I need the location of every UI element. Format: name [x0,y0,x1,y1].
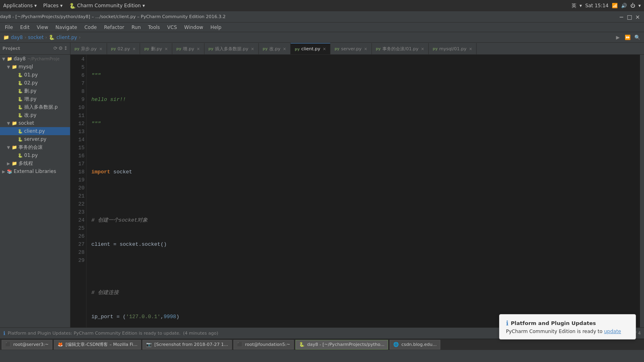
tree-server-py[interactable]: 🐍 server.py [0,135,70,143]
tree-label-mysql: mysql [19,64,33,70]
tab-close-insert[interactable]: × [251,47,254,51]
menu-refactor[interactable]: Refactor [101,24,127,31]
tab-close-server[interactable]: × [364,47,367,51]
tree-threads[interactable]: ▶ 📁 多线程 [0,159,70,167]
taskbar-pycharm[interactable]: 🐍 day8 - [~/PycharmProjects/pytho... [295,340,388,350]
tree-02[interactable]: 🐍 02.py [0,79,70,87]
tab-modify-py[interactable]: py 改.py × [259,43,291,54]
debug-button[interactable]: ⏩ [624,34,631,41]
taskbar-firefox[interactable]: 🦊 [编辑文章-CSDN博客 – Mozilla Fi... [54,340,141,350]
tab-insert-py[interactable]: py 插入多条数据.py × [204,43,259,54]
code-line-7 [91,144,640,152]
menu-vcs[interactable]: VCS [164,24,180,31]
menu-navigate[interactable]: Navigate [52,24,80,31]
breadcrumb-day8[interactable]: day8 [11,35,23,40]
tab-del-py[interactable]: py 删.py × [140,43,172,54]
folder-icon-trans: 📁 [11,144,18,150]
sidebar-sort-btn[interactable]: ↕ [64,45,68,51]
tree-mysql[interactable]: ▼ 📁 mysql [0,63,70,71]
status-message: Platform and Plugin Updates: PyCharm Com… [8,331,181,336]
menu-edit[interactable]: Edit [17,24,33,31]
places-menu[interactable]: Places ▾ [43,3,62,8]
tab-add-py[interactable]: py 增.py × [172,43,204,54]
sidebar-gear-btn[interactable]: ⚙ [58,45,63,51]
breadcrumb: 📁 day8 › socket › 🐍 client.py › ▶ ⏩ 🔍 [0,32,644,43]
tab-icon-add: py [176,47,181,51]
tab-close-del[interactable]: × [165,47,168,51]
taskbar-csdn[interactable]: 🌐 csdn.blog.edu... [390,340,440,350]
code-content[interactable]: """ hello sir!! """ import socket # 创建一个… [87,55,640,327]
tab-close-async[interactable]: × [99,47,102,51]
tab-close-mysql[interactable]: × [469,47,472,51]
menu-file[interactable]: File [2,24,16,31]
tree-01-1[interactable]: 🐍 01.py [0,71,70,79]
tree-01-2[interactable]: 🐍 01.py [0,151,70,159]
tree-external[interactable]: ▶ 📚 External Libraries [0,167,70,175]
breadcrumb-client-py[interactable]: client.py [56,35,77,40]
wifi-icon: 📶 [612,3,618,8]
maximize-button[interactable]: □ [626,14,633,20]
tree-add[interactable]: 🐍 增.py [0,95,70,103]
minimize-button[interactable]: − [618,14,625,20]
tab-transactions-py[interactable]: py 事务的会滚/01.py × [372,43,429,54]
lang-indicator: 英 [572,2,576,9]
menu-help[interactable]: Help [207,24,225,31]
tab-close-02[interactable]: × [132,47,136,51]
search-button[interactable]: 🔍 [634,34,641,41]
tab-label-client: client.py [301,46,320,51]
taskbar-root-foundation5[interactable]: ⬛ root@foundation5:~ [233,340,294,350]
tree-modify[interactable]: 🐍 改.py [0,111,70,119]
tab-icon-mysql: py [433,47,438,51]
breadcrumb-sep3: › [79,35,81,40]
tab-close-trans[interactable]: × [421,47,424,51]
tab-client-py[interactable]: py client.py × [291,43,330,54]
applications-menu[interactable]: Applications ▾ [3,3,37,8]
tree-client-py[interactable]: 🐍 client.py [0,127,70,135]
menu-run[interactable]: Run [128,24,144,31]
editor-area[interactable]: 4 5 6 7 8 9 10 11 12 13 14 15 16 17 18 1… [70,55,644,327]
tree-label-01-1: 01.py [24,72,38,78]
tab-label-trans: 事务的会滚/01.py [382,46,419,52]
tree-label-01-2: 01.py [24,152,38,158]
tree-del[interactable]: 🐍 删.py [0,87,70,95]
breadcrumb-socket[interactable]: socket [28,35,44,40]
tree-toggle-socket: ▼ [6,121,10,125]
power-icon: ⏻ [630,3,635,8]
tree-label-trans: 事务的会滚 [19,144,43,151]
tree-insert[interactable]: 🐍 插入多条数据.p [0,103,70,111]
tab-close-modify[interactable]: × [283,47,286,51]
code-line-11: client = socket.socket() [91,241,640,249]
code-span: ip_port = ( [91,313,126,321]
taskbar-label-pycharm: day8 - [~/PycharmProjects/pytho... [307,342,384,347]
tab-close-client[interactable]: × [323,47,326,51]
tab-server-py[interactable]: py server.py × [330,43,372,54]
scroll-track[interactable] [640,55,644,327]
menu-tools[interactable]: Tools [145,24,163,31]
tab-mysql-py[interactable]: py mysql/01.py × [429,43,477,54]
tab-02py[interactable]: py 02.py × [107,43,140,54]
tree-label-add: 增.py [24,96,37,103]
tab-async-py[interactable]: py 异步.py × [70,43,107,54]
tab-close-add[interactable]: × [196,47,200,51]
notification-popup: ℹ Platform and Plugin Updates PyCharm Co… [499,314,636,339]
notification-link[interactable]: update [604,329,621,334]
taskbar-root-server3[interactable]: ⬛ root@server3:~ [2,340,52,350]
close-button[interactable]: × [634,14,641,20]
tree-day8[interactable]: ▼ 📁 day8 ~/PycharmProje [0,55,70,63]
taskbar-screenshot[interactable]: 📷 [Screenshot from 2018-07-27 1... [142,340,231,350]
file-icon-server: 🐍 [17,136,23,142]
sidebar-sync-btn[interactable]: ⟳ [54,45,58,51]
file-icon-del: 🐍 [17,88,23,94]
folder-icon-threads: 📁 [11,160,18,166]
folder-icon-day8: 📁 [6,56,13,62]
menu-window[interactable]: Window [181,24,206,31]
run-button[interactable]: ▶ [614,34,621,41]
menu-code[interactable]: Code [81,24,100,31]
tree-label-client: client.py [24,128,45,134]
app-icon: 🐍 [69,3,76,9]
menu-view[interactable]: View [33,24,51,31]
tree-socket[interactable]: ▼ 📁 socket [0,119,70,127]
app-indicator[interactable]: 🐍 Charm Community Edition ▾ [69,3,145,9]
tree-transactions[interactable]: ▼ 📁 事务的会滚 [0,143,70,151]
notification-body-text: PyCharm Community Edition is ready to [506,329,604,334]
